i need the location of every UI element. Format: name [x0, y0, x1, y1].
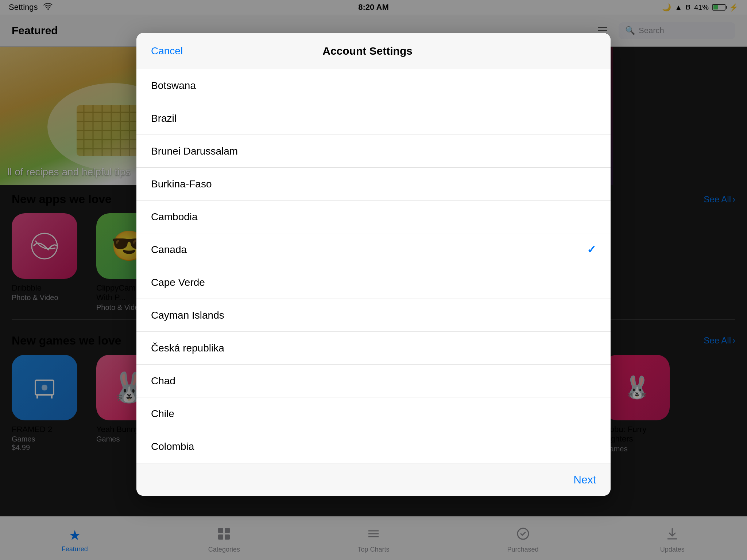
list-item[interactable]: Brazil — [136, 102, 611, 135]
country-name: Botswana — [151, 80, 196, 92]
country-name: Cayman Islands — [151, 310, 224, 321]
country-name: Burkina-Faso — [151, 178, 212, 190]
list-item[interactable]: Cayman Islands — [136, 299, 611, 332]
country-name: Canada — [151, 244, 187, 256]
list-item[interactable]: Colombia — [136, 430, 611, 463]
country-list: Botswana Brazil Brunei Darussalam Burkin… — [136, 69, 611, 463]
country-name: Chad — [151, 375, 175, 387]
next-button[interactable]: Next — [573, 474, 596, 486]
list-item[interactable]: Brunei Darussalam — [136, 135, 611, 168]
list-item[interactable]: Cape Verde — [136, 266, 611, 299]
country-name: Brunei Darussalam — [151, 145, 238, 157]
country-name: Brazil — [151, 113, 177, 124]
country-name: Chile — [151, 408, 174, 420]
account-settings-modal: Cancel Account Settings Botswana Brazil … — [136, 33, 611, 496]
country-name: Česká republika — [151, 342, 224, 354]
country-name: Colombia — [151, 441, 194, 452]
list-item[interactable]: Chile — [136, 397, 611, 430]
list-item[interactable]: Chad — [136, 365, 611, 397]
modal-footer: Next — [136, 463, 611, 496]
list-item[interactable]: Česká republika — [136, 332, 611, 365]
country-name: Cape Verde — [151, 277, 205, 288]
list-item[interactable]: Canada ✓ — [136, 233, 611, 266]
modal-header: Cancel Account Settings — [136, 33, 611, 69]
list-item[interactable]: Botswana — [136, 69, 611, 102]
modal-title: Account Settings — [322, 45, 413, 57]
country-name: Cambodia — [151, 211, 198, 223]
cancel-button[interactable]: Cancel — [151, 45, 183, 57]
checkmark-icon: ✓ — [587, 243, 596, 256]
list-item[interactable]: Burkina-Faso — [136, 168, 611, 201]
list-item[interactable]: Cambodia — [136, 201, 611, 233]
